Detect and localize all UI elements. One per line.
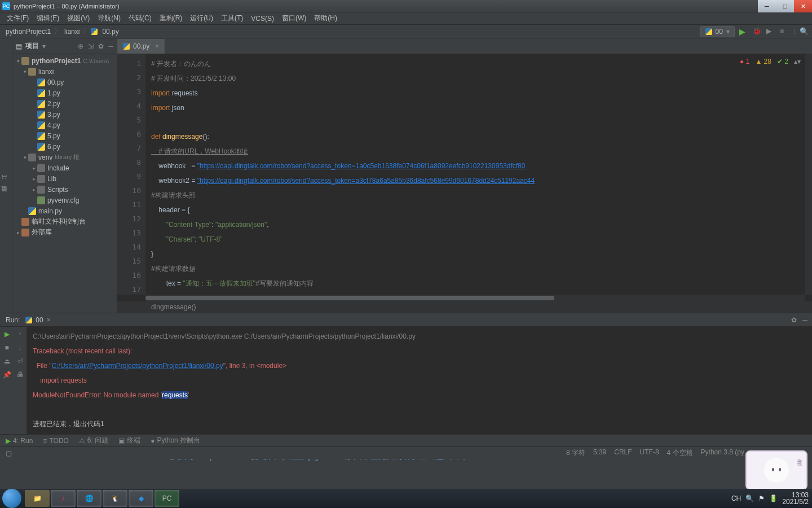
settings-icon[interactable]: ✿ [98, 42, 104, 50]
exit-icon[interactable]: ⏏ [4, 357, 10, 365]
run-tab-close-icon[interactable]: × [47, 316, 51, 324]
run-left-toolbar2: ↑ ↓ ⏎ 🖶 [14, 327, 27, 434]
inspections-widget[interactable]: ● 1 ▲ 28 ✔ 2 ▴▾ [740, 58, 801, 65]
run-left-toolbar: ▶ ■ ⏏ 📌 [0, 327, 14, 434]
code-breadcrumb[interactable]: dingmessage() [117, 301, 812, 313]
close-button[interactable]: ✕ [794, 0, 812, 12]
menu-file[interactable]: 文件(F) [3, 12, 32, 24]
status-pos[interactable]: 5:39 [593, 448, 606, 458]
horizontal-scrollbar[interactable] [145, 295, 805, 301]
wrap-icon[interactable]: ⏎ [17, 357, 23, 365]
system-tray[interactable]: CH 🔍 ⚑ 🔋 13:032021/5/2 [731, 492, 809, 505]
tree-file[interactable]: 3.py [12, 109, 117, 120]
taskbar-qq[interactable]: 🐧 [103, 490, 127, 507]
tree-root[interactable]: ▾pythonProject1C:\Users\ [12, 55, 117, 66]
rerun-icon[interactable]: ▶ [5, 330, 10, 338]
expand-icon[interactable]: ⇲ [88, 42, 94, 50]
taskbar-pycharm[interactable]: PC [155, 490, 179, 507]
pin-icon[interactable]: 📌 [3, 371, 11, 379]
tree-file[interactable]: 00.py [12, 77, 117, 87]
menu-navigate[interactable]: 导航(N) [94, 12, 124, 24]
error-stripe[interactable] [805, 54, 812, 295]
tree-venv[interactable]: ▾venvlibrary 根 [12, 152, 117, 163]
windows-taskbar: 📁 ♪ 🌐 🐧 ◆ PC CH 🔍 ⚑ 🔋 13:032021/5/2 [0, 489, 812, 508]
print-icon[interactable]: 🖶 [17, 371, 24, 379]
run-config-selector[interactable]: 00 ▾ [700, 26, 735, 37]
menu-edit[interactable]: 编辑(E) [33, 12, 63, 24]
status-le[interactable]: CRLF [614, 448, 632, 458]
tree-external[interactable]: ▸外部库 [12, 227, 117, 238]
search-everywhere-button[interactable]: 🔍 [800, 27, 809, 36]
run-settings-icon[interactable]: ✿ [791, 316, 797, 324]
titlebar[interactable]: PC pythonProject1 – 00.py (Administrator… [0, 0, 812, 12]
taskbar-dingtalk[interactable]: ◆ [129, 490, 153, 507]
tray-ime[interactable]: CH [731, 494, 741, 502]
tree-file[interactable]: 1.py [12, 87, 117, 98]
tree-file[interactable]: 5.py [12, 130, 117, 141]
toolwin-terminal[interactable]: ▣终端 [118, 436, 140, 445]
maximize-button[interactable]: □ [776, 0, 794, 12]
navigation-bar: pythonProject1〉 lianxi〉 00.py 00 ▾ ▶ 🐞 ▶… [0, 25, 812, 38]
line-gutter[interactable]: 123456789101112131415161718 [117, 54, 145, 295]
tree-main[interactable]: main.py [12, 205, 117, 216]
run-coverage-button[interactable]: ▶ [766, 27, 775, 36]
tree-file[interactable]: 4.py [12, 120, 117, 130]
menu-window[interactable]: 窗口(W) [279, 12, 310, 24]
collapse-icon[interactable]: ─ [108, 42, 113, 50]
left-gutter[interactable]: 1: 项目 [0, 38, 12, 313]
code-area[interactable]: # 开发者：のんのん # 开发时间：2021/5/2 13:00 import … [145, 54, 805, 295]
run-hide-icon[interactable]: ─ [802, 316, 807, 324]
project-label[interactable]: 项目 [25, 41, 39, 51]
menu-help[interactable]: 帮助(H) [311, 12, 341, 24]
status-interpreter[interactable]: Python 3.8 (py [701, 448, 744, 458]
python-icon [705, 28, 712, 35]
tree-lib[interactable]: ▸Lib [12, 173, 117, 184]
tab-00py[interactable]: 00.py × [117, 39, 165, 54]
debug-button[interactable]: 🐞 [753, 27, 762, 36]
tree-file[interactable]: 2.py [12, 98, 117, 109]
project-tree[interactable]: ▾pythonProject1C:\Users\ ▾lianxi 00.py 1… [12, 54, 117, 313]
menu-vcs[interactable]: VCS(S) [248, 14, 277, 24]
taskbar-netease[interactable]: ♪ [51, 490, 76, 507]
tree-scripts[interactable]: ▸Scripts [12, 184, 117, 195]
status-indent[interactable]: 4 个空格 [667, 448, 693, 458]
menu-refactor[interactable]: 重构(R) [156, 12, 186, 24]
down-icon[interactable]: ↓ [19, 344, 22, 352]
stop-button[interactable]: ■ [780, 27, 789, 36]
tray-battery-icon[interactable]: 🔋 [769, 494, 778, 502]
toolwin-pyconsole[interactable]: ●Python 控制台 [151, 436, 200, 445]
console-output[interactable]: C:\Users\air\PycharmProjects\pythonProje… [27, 327, 812, 434]
up-icon[interactable]: ↑ [19, 330, 22, 338]
start-button[interactable] [2, 489, 21, 508]
status-chars[interactable]: 8 字符 [566, 448, 585, 458]
tree-file[interactable]: 6.py [12, 141, 117, 152]
taskbar-chrome[interactable]: 🌐 [77, 490, 102, 507]
menu-tools[interactable]: 工具(T) [218, 12, 246, 24]
menu-view[interactable]: 视图(V) [64, 12, 93, 24]
crumb-folder[interactable]: lianxi [62, 27, 82, 37]
toolwin-run[interactable]: ▶4: Run [6, 437, 33, 445]
minimize-button[interactable]: ─ [758, 0, 776, 12]
tree-lianxi[interactable]: ▾lianxi [12, 66, 117, 77]
tree-pyvenv[interactable]: pyvenv.cfg [12, 195, 117, 205]
crumb-project[interactable]: pythonProject1 [3, 27, 53, 37]
status-icon[interactable]: ▢ [6, 449, 12, 457]
tree-scratch[interactable]: 临时文件和控制台 [12, 216, 117, 227]
stop-icon[interactable]: ■ [5, 344, 8, 352]
status-enc[interactable]: UTF-8 [640, 448, 659, 458]
menu-run[interactable]: 运行(U) [187, 12, 217, 24]
tray-notif-icon[interactable]: ⚑ [758, 494, 765, 502]
crumb-file[interactable]: 00.py [100, 27, 121, 37]
run-button[interactable]: ▶ [739, 27, 748, 36]
run-config-name[interactable]: 00 [36, 316, 43, 324]
menu-code[interactable]: 代码(C) [125, 12, 155, 24]
tree-include[interactable]: ▸Include [12, 163, 117, 173]
tab-close-icon[interactable]: × [155, 42, 159, 50]
taskbar-explorer[interactable]: 📁 [25, 490, 50, 507]
tray-search-icon[interactable]: 🔍 [745, 494, 754, 502]
toolwin-problems[interactable]: ⚠6: 问题 [79, 436, 108, 445]
desktop-mascot[interactable]: 半 筱 [745, 450, 807, 490]
locate-icon[interactable]: ⊕ [78, 42, 83, 50]
tray-clock[interactable]: 13:032021/5/2 [782, 492, 809, 505]
toolwin-todo[interactable]: ≡TODO [43, 437, 68, 445]
